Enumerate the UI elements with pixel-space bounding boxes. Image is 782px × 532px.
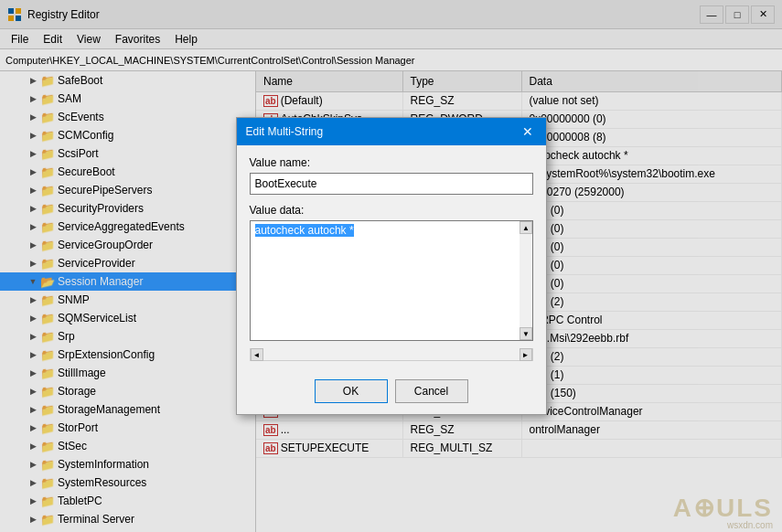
value-data-content[interactable]: autocheck autochk * <box>251 221 520 340</box>
value-name-input[interactable] <box>250 173 533 195</box>
vertical-scrollbar[interactable]: ▲ ▼ <box>520 221 532 340</box>
cancel-button[interactable]: Cancel <box>395 379 468 403</box>
ok-button[interactable]: OK <box>315 379 388 403</box>
dialog-title: Edit Multi-String <box>246 125 324 138</box>
scroll-down-button[interactable]: ▼ <box>520 327 532 340</box>
dialog-overlay: Edit Multi-String ✕ Value name: Value da… <box>0 0 782 532</box>
dialog-body: Value name: Value data: autocheck autoch… <box>237 145 546 372</box>
scroll-track <box>520 234 532 327</box>
edit-multistring-dialog: Edit Multi-String ✕ Value name: Value da… <box>236 117 547 415</box>
dialog-footer: OK Cancel <box>237 372 546 414</box>
scroll-right-button[interactable]: ► <box>520 348 532 361</box>
scroll-htrack <box>263 348 520 360</box>
value-data-area: autocheck autochk * ▲ ▼ <box>250 220 533 341</box>
dialog-titlebar: Edit Multi-String ✕ <box>237 118 546 145</box>
horizontal-scrollbar[interactable]: ◄ ► <box>250 348 533 361</box>
dialog-close-button[interactable]: ✕ <box>519 122 537 141</box>
scroll-left-button[interactable]: ◄ <box>251 348 263 361</box>
selected-text: autocheck autochk * <box>255 224 354 237</box>
value-name-label: Value name: <box>250 156 533 169</box>
value-data-label: Value data: <box>250 204 533 217</box>
scroll-up-button[interactable]: ▲ <box>520 221 532 234</box>
